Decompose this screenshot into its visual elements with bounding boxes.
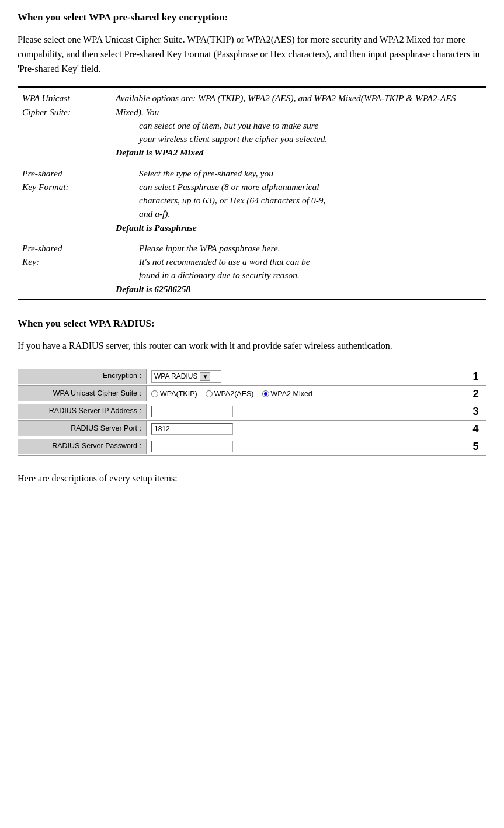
cipher-suite-default: Default is WPA2 Mixed bbox=[116, 147, 204, 157]
cipher-suite-desc-line3: your wireless client support the cipher … bbox=[116, 134, 327, 144]
radius-password-label: RADIUS Server Password : bbox=[18, 439, 147, 454]
radio-label-mixed: WPA2 Mixed bbox=[271, 390, 312, 398]
encryption-label: Encryption : bbox=[18, 369, 147, 384]
row-number-3: 3 bbox=[465, 403, 486, 420]
radius-port-input[interactable]: 1812 bbox=[151, 423, 233, 435]
select-arrow-icon[interactable]: ▼ bbox=[200, 372, 210, 381]
radio-wpa-tkip[interactable]: WPA(TKIP) bbox=[151, 390, 197, 398]
encryption-content[interactable]: WPA RADIUS ▼ bbox=[147, 368, 465, 385]
radius-ip-input[interactable] bbox=[151, 406, 233, 417]
key-format-line3: characters, up to 63), or Hex (64 charac… bbox=[116, 195, 325, 205]
radius-ip-label: RADIUS Server IP Address : bbox=[18, 404, 147, 419]
radius-port-row: RADIUS Server Port : 1812 4 bbox=[18, 421, 486, 438]
radius-ip-row: RADIUS Server IP Address : 3 bbox=[18, 403, 486, 421]
cipher-suite-ui-content: WPA(TKIP) WPA2(AES) WPA2 Mixed bbox=[147, 387, 465, 400]
radio-circle-tkip[interactable] bbox=[151, 390, 158, 397]
wpa-psk-intro: Please select one WPA Unicast Cipher Sui… bbox=[18, 33, 486, 76]
key-format-label: Pre-sharedKey Format: bbox=[18, 163, 111, 238]
encryption-row: Encryption : WPA RADIUS ▼ 1 bbox=[18, 368, 486, 386]
key-format-line1: Select the type of pre-shared key, you bbox=[116, 168, 273, 178]
wpa-radius-heading: When you select WPA RADIUS: bbox=[18, 318, 486, 330]
table-row: WPA UnicastCipher Suite: Available optio… bbox=[18, 87, 486, 162]
radius-port-label: RADIUS Server Port : bbox=[18, 421, 147, 436]
radio-label-tkip: WPA(TKIP) bbox=[160, 390, 197, 398]
encryption-select[interactable]: WPA RADIUS ▼ bbox=[151, 370, 221, 383]
wpa-psk-table: WPA UnicastCipher Suite: Available optio… bbox=[18, 86, 486, 300]
radio-wpa2-aes[interactable]: WPA2(AES) bbox=[206, 390, 254, 398]
radio-circle-aes[interactable] bbox=[206, 390, 213, 397]
radius-port-content[interactable]: 1812 bbox=[147, 421, 465, 437]
preshared-key-label: Pre-sharedKey: bbox=[18, 238, 111, 300]
preshared-key-desc: Please input the WPA passphrase here. It… bbox=[111, 238, 486, 300]
cipher-suite-row: WPA Unicast Cipher Suite : WPA(TKIP) WPA… bbox=[18, 386, 486, 403]
row-number-2: 2 bbox=[465, 386, 486, 403]
key-format-default: Default is Passphrase bbox=[116, 223, 197, 233]
psk-default: Default is 62586258 bbox=[116, 284, 190, 294]
cipher-radio-group: WPA(TKIP) WPA2(AES) WPA2 Mixed bbox=[151, 390, 312, 398]
psk-line2: It's not recommended to use a word that … bbox=[116, 257, 310, 266]
psk-line3: found in a dictionary due to security re… bbox=[116, 270, 300, 280]
wpa-radius-ui-mock: Encryption : WPA RADIUS ▼ 1 WPA Unicast … bbox=[18, 368, 486, 456]
psk-line1: Please input the WPA passphrase here. bbox=[116, 243, 280, 253]
cipher-suite-ui-label: WPA Unicast Cipher Suite : bbox=[18, 386, 147, 401]
row-number-4: 4 bbox=[465, 421, 486, 438]
cipher-suite-desc-line2: can select one of them, but you have to … bbox=[116, 120, 318, 130]
cipher-suite-label: WPA UnicastCipher Suite: bbox=[18, 87, 111, 162]
key-format-line2: can select Passphrase (8 or more alphanu… bbox=[116, 182, 319, 192]
key-format-desc: Select the type of pre-shared key, you c… bbox=[111, 163, 486, 238]
row-number-5: 5 bbox=[465, 438, 486, 455]
radius-ip-content[interactable] bbox=[147, 403, 465, 420]
table-row: Pre-sharedKey: Please input the WPA pass… bbox=[18, 238, 486, 300]
radius-password-content[interactable] bbox=[147, 438, 465, 455]
footer-text: Here are descriptions of every setup ite… bbox=[18, 473, 486, 484]
radius-password-row: RADIUS Server Password : 5 bbox=[18, 438, 486, 455]
radio-wpa2-mixed[interactable]: WPA2 Mixed bbox=[262, 390, 312, 398]
radio-label-aes: WPA2(AES) bbox=[214, 390, 254, 398]
key-format-line4: and a-f). bbox=[116, 209, 170, 219]
table-row: Pre-sharedKey Format: Select the type of… bbox=[18, 163, 486, 238]
wpa-psk-section: When you select WPA pre-shared key encry… bbox=[18, 12, 486, 300]
wpa-psk-heading: When you select WPA pre-shared key encry… bbox=[18, 12, 486, 23]
wpa-radius-section: When you select WPA RADIUS: If you have … bbox=[18, 318, 486, 456]
cipher-suite-desc: Available options are: WPA (TKIP), WPA2 … bbox=[111, 87, 486, 162]
radius-password-input[interactable] bbox=[151, 441, 233, 452]
row-number-1: 1 bbox=[465, 368, 486, 385]
wpa-radius-intro: If you have a RADIUS server, this router… bbox=[18, 339, 486, 354]
encryption-select-value: WPA RADIUS bbox=[154, 372, 197, 380]
radio-circle-mixed[interactable] bbox=[262, 390, 269, 397]
